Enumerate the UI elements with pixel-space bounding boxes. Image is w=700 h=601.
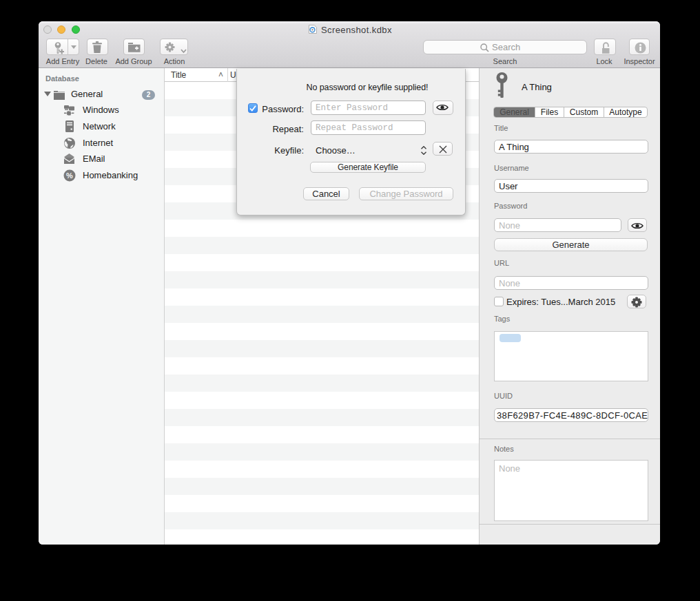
svg-text:%: %: [66, 171, 73, 180]
